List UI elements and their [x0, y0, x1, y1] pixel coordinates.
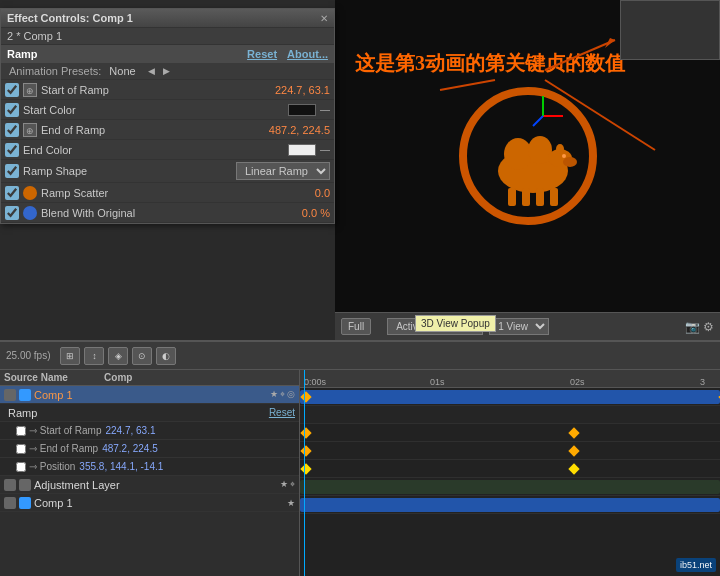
ramp-scatter-checkbox[interactable] [5, 186, 19, 200]
time-mark-2: 02s [570, 377, 585, 387]
tl-btn-2[interactable]: ↕ [84, 347, 104, 365]
end-ramp-tl-value[interactable]: 487.2, 224.5 [102, 443, 158, 454]
blend-icon [23, 206, 37, 220]
svg-rect-10 [550, 188, 558, 206]
comp2-icon[interactable]: ★ [287, 498, 295, 508]
adjustment-layer-name: Adjustment Layer [34, 479, 120, 491]
start-color-row: Start Color — [1, 100, 334, 120]
end-ramp-tl-label: ⇾ End of Ramp [29, 443, 98, 454]
eye-icon[interactable] [4, 389, 16, 401]
ramp-scatter-value[interactable]: 0.0 [315, 187, 330, 199]
source-name-header: Source Name Comp [4, 372, 154, 383]
layer-icon-1[interactable]: ★ [270, 389, 278, 400]
start-ramp-tl-checkbox[interactable] [16, 426, 26, 436]
start-ramp-tl-value[interactable]: 224.7, 63.1 [105, 425, 155, 436]
track-ramp [300, 406, 720, 424]
svg-rect-7 [508, 188, 516, 206]
kf-end-ramp-2[interactable] [568, 445, 579, 456]
crosshair-icon[interactable]: ⊕ [23, 83, 37, 97]
timeline-tracks[interactable]: 0:00s 01s 02s 3 [300, 370, 720, 576]
prev-preset-icon[interactable]: ◀ [148, 66, 155, 76]
ramp-reset-link[interactable]: Reset [269, 407, 295, 418]
camel-logo [458, 86, 598, 226]
blend-checkbox[interactable] [5, 206, 19, 220]
start-of-ramp-checkbox[interactable] [5, 83, 19, 97]
svg-point-5 [563, 157, 577, 167]
start-color-label: Start Color [23, 104, 288, 116]
layer-icon-2[interactable]: ⌖ [280, 389, 285, 400]
adj-icon-1[interactable]: ★ [280, 479, 288, 490]
settings-icon[interactable]: ⚙ [703, 320, 714, 334]
track-comp1 [300, 388, 720, 406]
start-of-ramp-value[interactable]: 224.7, 63.1 [275, 84, 330, 96]
layer-icon-3[interactable]: ◎ [287, 389, 295, 400]
time-mark-0: 0:00s [304, 377, 326, 387]
comp1-2-name: Comp 1 [34, 497, 73, 509]
tl-btn-4[interactable]: ⊙ [132, 347, 152, 365]
track-position [300, 460, 720, 478]
eye-icon-adj[interactable] [4, 479, 16, 491]
crosshair-icon-2[interactable]: ⊕ [23, 123, 37, 137]
layer-comp1-name: Comp 1 [34, 389, 73, 401]
ramp-shape-checkbox[interactable] [5, 164, 19, 178]
adj-controls: ★ ⌖ [280, 479, 295, 490]
end-of-ramp-row: ⊕ End of Ramp 487.2, 224.5 [1, 120, 334, 140]
start-of-ramp-label: Start of Ramp [41, 84, 275, 96]
adj-icon-2[interactable]: ⌖ [290, 479, 295, 490]
kf-position-1[interactable] [300, 463, 311, 474]
panel-title: Effect Controls: Comp 1 [7, 12, 133, 24]
kf-position-2[interactable] [568, 463, 579, 474]
svg-rect-9 [536, 188, 544, 206]
viewer-full-btn[interactable]: Full [341, 318, 371, 335]
time-ruler: 0:00s 01s 02s 3 [300, 370, 720, 388]
layer-type-icon [19, 389, 31, 401]
watermark: ib51.net [676, 558, 716, 572]
track-bar-comp1 [300, 390, 720, 404]
start-color-hex: — [320, 104, 330, 115]
layer-row-comp1[interactable]: Comp 1 ★ ⌖ ◎ [0, 386, 299, 404]
position-tl-label: ⇾ Position [29, 461, 75, 472]
animation-presets-row: Animation Presets: None ◀ ▶ [1, 63, 334, 80]
end-color-checkbox[interactable] [5, 143, 19, 157]
animation-presets-label: Animation Presets: [9, 65, 101, 77]
svg-point-2 [504, 138, 532, 170]
svg-marker-16 [605, 38, 615, 48]
layer-row-comp1-2[interactable]: Comp 1 ★ [0, 494, 299, 512]
blend-value[interactable]: 0.0 % [302, 207, 330, 219]
end-of-ramp-checkbox[interactable] [5, 123, 19, 137]
panel-subtitle: 2 * Comp 1 [1, 28, 334, 45]
position-tl-checkbox[interactable] [16, 462, 26, 472]
kf-start-ramp-1[interactable] [300, 427, 311, 438]
about-button[interactable]: About... [287, 48, 328, 60]
blend-label: Blend With Original [41, 207, 302, 219]
reset-button[interactable]: Reset [247, 48, 277, 60]
view-layout-select[interactable]: 1 View [489, 318, 549, 335]
tl-btn-1[interactable]: ⊞ [60, 347, 80, 365]
layer-row-adjustment[interactable]: Adjustment Layer ★ ⌖ [0, 476, 299, 494]
kf-end-ramp-1[interactable] [300, 445, 311, 456]
ramp-scatter-row: Ramp Scatter 0.0 [1, 183, 334, 203]
end-ramp-tl-checkbox[interactable] [16, 444, 26, 454]
playhead[interactable] [304, 370, 305, 576]
layer-row-start-ramp: ⇾ Start of Ramp 224.7, 63.1 [0, 422, 299, 440]
position-tl-value[interactable]: 355.8, 144.1, -14.1 [79, 461, 163, 472]
start-color-swatch[interactable] [288, 104, 316, 116]
track-bar-comp1-2 [300, 498, 720, 512]
viewer-icons: 📷 ⚙ [685, 320, 714, 334]
tl-btn-5[interactable]: ◐ [156, 347, 176, 365]
ramp-shape-select[interactable]: Linear Ramp Radial Ramp [236, 162, 330, 180]
close-icon[interactable]: ✕ [320, 13, 328, 24]
layer-row-ramp: Ramp Reset [0, 404, 299, 422]
kf-start-ramp-2[interactable] [568, 427, 579, 438]
eye-icon-comp2[interactable] [4, 497, 16, 509]
start-color-checkbox[interactable] [5, 103, 19, 117]
end-color-swatch[interactable] [288, 144, 316, 156]
end-of-ramp-value[interactable]: 487.2, 224.5 [269, 124, 330, 136]
next-preset-icon[interactable]: ▶ [163, 66, 170, 76]
effect-controls-panel: Effect Controls: Comp 1 ✕ 2 * Comp 1 Ram… [0, 8, 335, 224]
tl-btn-3[interactable]: ◈ [108, 347, 128, 365]
snapshot-icon[interactable]: 📷 [685, 320, 700, 334]
viewer-toolbar: 3D View Popup Full Active Camera 1 View … [335, 312, 720, 340]
animation-presets-value[interactable]: None [109, 65, 135, 77]
svg-rect-8 [522, 188, 530, 206]
